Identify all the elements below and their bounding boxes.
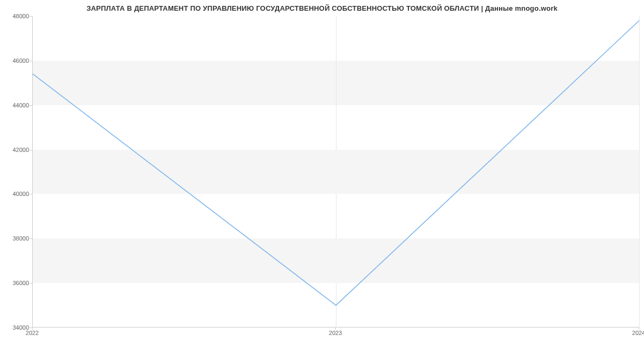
data-line — [33, 16, 639, 328]
y-tick-label: 48000 — [2, 13, 29, 19]
chart-title: ЗАРПЛАТА В ДЕПАРТАМЕНТ ПО УПРАВЛЕНИЮ ГОС… — [0, 4, 644, 12]
x-gridline — [639, 16, 640, 328]
plot-area — [32, 16, 639, 328]
y-tick-label: 38000 — [2, 235, 29, 242]
series-path — [33, 20, 639, 305]
x-tick-label: 2024 — [632, 330, 644, 336]
y-tick-label: 40000 — [2, 191, 29, 197]
y-tick-label: 36000 — [2, 280, 29, 286]
chart-container: ЗАРПЛАТА В ДЕПАРТАМЕНТ ПО УПРАВЛЕНИЮ ГОС… — [0, 0, 644, 349]
y-tick-label: 46000 — [2, 57, 29, 64]
x-tick-label: 2023 — [329, 330, 342, 336]
plot-inner — [32, 16, 639, 328]
y-tick-label: 44000 — [2, 102, 29, 108]
x-tick-label: 2022 — [26, 330, 39, 336]
y-tick-label: 42000 — [2, 147, 29, 153]
y-tick-label: 34000 — [2, 324, 29, 331]
